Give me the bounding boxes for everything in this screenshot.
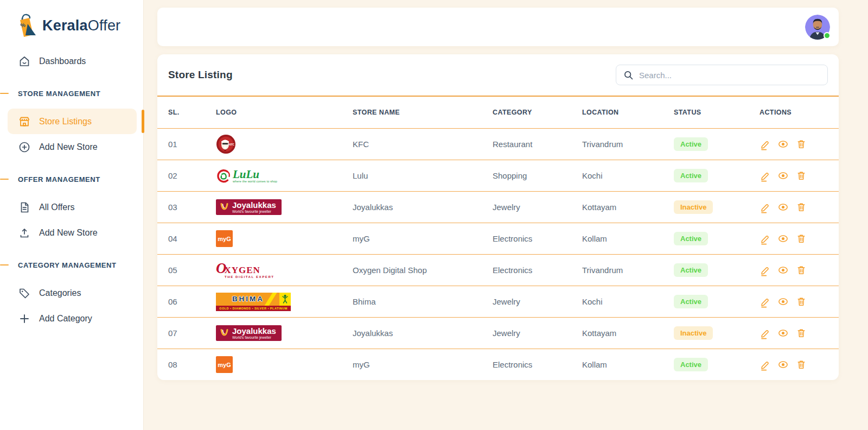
edit-button[interactable] (760, 201, 770, 213)
edit-icon (760, 233, 770, 245)
user-avatar[interactable] (805, 15, 830, 40)
status-badge: Inactive (674, 200, 713, 214)
cell-actions (760, 359, 839, 371)
col-header-status: STATUS (674, 109, 760, 116)
col-header-logo: LOGO (216, 109, 353, 116)
bhima-figure-icon (279, 293, 291, 306)
oxygen-tagline: THE DIGITAL EXPERT (225, 275, 275, 279)
edit-button[interactable] (760, 264, 770, 276)
section-store-management: STORE MANAGEMENT (0, 88, 143, 99)
store-icon (18, 115, 31, 128)
sidebar-item-categories[interactable]: Categories (0, 280, 143, 306)
eye-icon (777, 201, 789, 213)
trash-icon (796, 138, 807, 150)
cell-category: Electronics (493, 265, 582, 275)
delete-button[interactable] (796, 233, 807, 244)
store-listing-card: Store Listing SL. LOGO STORE NAME CATEGO… (157, 54, 839, 380)
section-category-management: CATEGORY MANAGEMENT (0, 260, 143, 270)
cell-actions (760, 327, 839, 339)
sidebar-item-label: Store Listings (39, 117, 92, 127)
cell-status: Active (674, 137, 708, 151)
eye-icon (777, 138, 789, 150)
table-row: 08 myG myG Electronics Kollam Active (157, 349, 839, 380)
delete-button[interactable] (796, 327, 807, 339)
bhima-wordmark: BHIMA (216, 293, 279, 306)
cell-sl: 04 (168, 234, 216, 243)
sidebar-item-label: Add Category (39, 314, 92, 324)
sidebar-item-dashboards[interactable]: Dashboards (0, 48, 143, 74)
cell-category: Jewelry (493, 203, 582, 212)
section-label-text: STORE MANAGEMENT (18, 90, 100, 98)
document-icon (18, 201, 31, 214)
view-button[interactable] (777, 327, 789, 339)
kfc-logo: KFC (216, 134, 236, 154)
myg-wordmark: myG (218, 362, 231, 368)
trash-icon (796, 170, 807, 181)
edit-button[interactable] (760, 233, 770, 245)
delete-button[interactable] (796, 264, 807, 276)
table-row: 03 Joyalukkas World's favourite jeweller… (157, 191, 839, 223)
cell-logo: O XYGEN THE DIGITAL EXPERT (216, 262, 353, 279)
table-body: 01 KFC KFC Restaurant Trivandrum Active (157, 128, 839, 380)
cell-status: Active (674, 232, 708, 245)
col-header-sl: SL. (168, 109, 216, 116)
cell-store-name: Joyalukkas (353, 328, 493, 338)
cell-sl: 01 (168, 140, 216, 149)
view-button[interactable] (777, 264, 789, 276)
sidebar: % KeralaOffer Dashboards STORE MANAGEMEN… (0, 0, 144, 430)
view-button[interactable] (777, 359, 789, 370)
view-button[interactable] (777, 138, 789, 150)
cell-status: Active (674, 169, 708, 182)
edit-button[interactable] (760, 359, 770, 371)
search-box (616, 65, 828, 85)
trash-icon (796, 327, 807, 339)
view-button[interactable] (777, 233, 789, 244)
cell-location: Kollam (582, 360, 674, 369)
cell-logo: myG (216, 356, 353, 373)
table-header-row: SL. LOGO STORE NAME CATEGORY LOCATION ST… (157, 97, 839, 128)
trash-icon (796, 359, 807, 370)
view-button[interactable] (777, 201, 789, 213)
status-badge: Active (674, 169, 708, 182)
sidebar-item-add-new-store[interactable]: Add New Store (0, 134, 143, 160)
cell-actions (760, 233, 839, 245)
sidebar-item-all-offers[interactable]: All Offers (0, 194, 143, 220)
sidebar-item-store-listings[interactable]: Store Listings (8, 109, 137, 134)
trash-icon (796, 201, 807, 213)
section-dash (0, 264, 9, 265)
table-row: 07 Joyalukkas World's favourite jeweller… (157, 317, 839, 349)
status-badge: Active (674, 358, 708, 371)
view-button[interactable] (777, 170, 789, 181)
edit-button[interactable] (760, 296, 770, 308)
delete-button[interactable] (796, 138, 807, 150)
cell-category: Jewelry (493, 328, 582, 338)
cell-location: Kochi (582, 171, 674, 180)
cell-logo: Joyalukkas World's favourite jeweller (216, 199, 353, 215)
edit-icon (760, 327, 770, 339)
search-input[interactable] (616, 65, 828, 85)
eye-icon (777, 327, 789, 339)
delete-button[interactable] (796, 170, 807, 181)
delete-button[interactable] (796, 359, 807, 370)
bhima-tagline: GOLD • DIAMONDS • SILVER • PLATINUM (216, 306, 291, 311)
cell-status: Inactive (674, 326, 713, 340)
joyalukkas-logo: Joyalukkas World's favourite jeweller (216, 199, 282, 215)
edit-button[interactable] (760, 138, 770, 150)
eye-icon (777, 233, 789, 244)
view-button[interactable] (777, 296, 789, 307)
delete-button[interactable] (796, 296, 807, 307)
brand-name-bold: Kerala (42, 17, 88, 34)
edit-button[interactable] (760, 170, 770, 182)
cell-status: Active (674, 358, 708, 371)
sidebar-item-add-category[interactable]: Add Category (0, 306, 143, 331)
brand-name: KeralaOffer (42, 17, 120, 34)
edit-icon (760, 359, 770, 371)
sidebar-item-add-new-store-offer[interactable]: Add New Store (0, 220, 143, 245)
sidebar-nav: Dashboards STORE MANAGEMENT Store Listin… (0, 48, 143, 331)
cell-sl: 06 (168, 297, 216, 306)
cell-sl: 08 (168, 360, 216, 369)
delete-button[interactable] (796, 201, 807, 213)
myg-wordmark: myG (218, 236, 231, 242)
main-area: Store Listing SL. LOGO STORE NAME CATEGO… (144, 0, 868, 430)
edit-button[interactable] (760, 327, 770, 339)
